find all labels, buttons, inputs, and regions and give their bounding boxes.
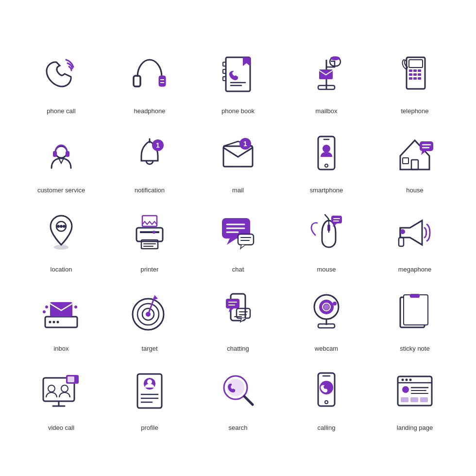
label-mailbox: mailbox [316,107,338,115]
svg-point-74 [49,321,51,323]
label-phone-call: phone call [47,107,75,115]
svg-point-117 [147,379,152,384]
label-phone-book: phone book [221,107,255,115]
label-telephone: telephone [401,107,428,115]
icon-chatting [209,283,267,341]
icon-item-notification: 1 notification [108,124,191,194]
label-target: target [141,345,157,352]
icon-item-chatting: chatting [196,283,280,352]
label-search: search [228,424,247,431]
icon-phone-book [209,45,267,103]
icon-item-phone-book: phone book [196,45,280,115]
svg-rect-62 [238,234,254,245]
icon-item-webcam: webcam [285,283,368,352]
svg-rect-9 [223,77,226,81]
icon-inbox [32,283,90,341]
svg-rect-21 [409,73,412,76]
svg-rect-3 [134,76,140,86]
icon-notification: 1 [120,124,179,183]
label-headphone: headphone [134,107,165,115]
label-smartphone: smartphone [310,187,343,194]
icon-item-mailbox: mailbox [285,45,368,115]
label-webcam: webcam [315,345,338,352]
svg-rect-1 [159,76,166,86]
svg-point-79 [43,310,46,313]
label-house: house [406,187,423,194]
icon-item-sticky-note: sticky note [373,283,457,352]
svg-point-97 [323,304,329,310]
svg-rect-7 [223,62,226,66]
svg-point-80 [74,306,77,308]
svg-point-133 [402,386,409,393]
icon-item-location: location [19,204,103,273]
svg-rect-25 [413,77,417,80]
svg-point-39 [325,164,328,167]
svg-rect-77 [50,302,72,317]
label-chatting: chatting [227,345,249,352]
icon-search [209,362,267,420]
svg-point-126 [325,401,328,404]
svg-rect-67 [331,216,342,223]
svg-point-78 [45,306,48,308]
label-location: location [51,266,72,273]
icon-mail: 1 [209,124,267,183]
svg-point-111 [48,385,55,392]
icon-webcam [297,283,356,341]
svg-rect-114 [68,376,74,382]
icon-location [32,204,90,262]
svg-point-75 [53,321,55,323]
label-landing-page: landing page [397,424,433,431]
icon-item-customer-service: customer service [19,124,103,194]
label-mouse: mouse [317,266,336,273]
icon-item-telephone: telephone [373,45,457,115]
svg-point-72 [400,229,405,234]
label-notification: notification [135,187,165,194]
icon-smartphone [297,124,356,183]
svg-text:1: 1 [156,141,160,149]
svg-rect-29 [53,151,57,157]
icon-chat [209,204,267,262]
icon-item-house: house [373,124,457,194]
label-video-call: video call [48,424,74,431]
icon-item-inbox: inbox [19,283,103,352]
label-inbox: inbox [53,345,68,352]
svg-point-76 [57,321,59,323]
icon-item-video-call: video call [19,362,103,431]
svg-rect-106 [404,295,428,325]
icon-item-target: target [108,283,191,352]
svg-point-100 [333,302,337,306]
icon-item-smartphone: smartphone [285,124,368,194]
svg-rect-43 [420,141,433,151]
icon-item-headphone: headphone [108,45,191,115]
svg-rect-41 [411,160,418,170]
svg-rect-53 [140,231,159,233]
svg-rect-18 [409,69,412,72]
svg-point-16 [330,56,340,60]
icon-grid: phone call headphone [0,26,476,451]
label-sticky-note: sticky note [400,345,429,352]
label-printer: printer [141,266,159,273]
svg-point-85 [146,312,151,317]
svg-point-48 [60,225,63,228]
icon-target [120,283,179,341]
svg-rect-20 [418,69,421,72]
svg-rect-8 [223,69,226,73]
svg-point-57 [153,231,155,234]
label-chat: chat [232,266,244,273]
svg-line-123 [244,396,253,405]
svg-rect-138 [410,397,418,402]
icon-item-mouse: mouse [285,204,368,273]
icon-headphone [120,45,179,103]
icon-item-search: search [196,362,280,431]
svg-rect-30 [66,151,69,157]
icon-item-calling: calling [285,362,368,431]
icon-printer [120,204,179,262]
svg-text:1: 1 [243,140,247,148]
svg-rect-23 [418,73,421,76]
svg-point-130 [402,378,404,381]
svg-rect-137 [401,397,408,402]
icon-video-call [32,362,90,420]
icon-item-phone-call: phone call [19,45,103,115]
icon-sticky-note [386,283,444,341]
svg-point-47 [57,225,60,228]
